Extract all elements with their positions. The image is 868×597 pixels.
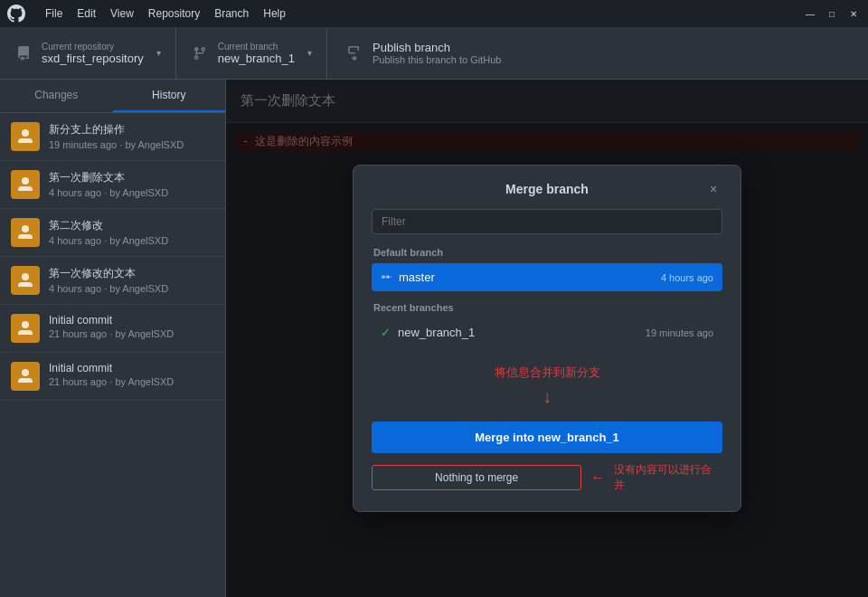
commit-info: 第一次修改的文本 4 hours ago · by AngelSXD — [49, 266, 214, 294]
annotation-right-arrow-icon: ← — [590, 469, 605, 486]
avatar — [11, 122, 40, 151]
commit-title: 第一次删除文本 — [49, 170, 214, 185]
branch-item-left: ✓ new_branch_1 — [381, 326, 475, 339]
avatar — [11, 218, 40, 247]
commit-meta: 4 hours ago · by AngelSXD — [49, 283, 214, 294]
annotation-area: 将信息合并到新分支 ↓ — [372, 365, 722, 407]
commit-info: Initial commit 21 hours ago · by AngelSX… — [49, 362, 214, 387]
content-area: 第一次删除文本 - 这是删除的内容示例 Merge branch × Defau… — [226, 80, 868, 597]
modal-overlay: Merge branch × Default branch ⬵ master 4… — [226, 80, 868, 597]
current-repo-section[interactable]: Current repository sxd_first_repository … — [0, 27, 176, 79]
commit-info: 第二次修改 4 hours ago · by AngelSXD — [49, 218, 214, 246]
sidebar: Changes History 新分支上的操作 19 minutes ago ·… — [0, 80, 226, 597]
nothing-merge-row: Nothing to merge ← 没有内容可以进行合并 — [372, 462, 722, 493]
titlebar: File Edit View Repository Branch Help — … — [0, 0, 868, 27]
list-item[interactable]: 第一次删除文本 4 hours ago · by AngelSXD — [0, 161, 225, 209]
avatar — [11, 362, 40, 391]
nothing-merge-button: Nothing to merge — [372, 465, 581, 490]
recent-section: Recent branches ✓ new_branch_1 19 minute… — [372, 302, 722, 346]
merge-branch-modal: Merge branch × Default branch ⬵ master 4… — [353, 165, 741, 512]
commit-meta: 4 hours ago · by AngelSXD — [49, 187, 214, 198]
commit-title: 第一次修改的文本 — [49, 266, 214, 281]
branch-chevron-icon: ▾ — [307, 48, 312, 58]
publish-icon — [345, 44, 363, 62]
commit-meta: 21 hours ago · by AngelSXD — [49, 328, 214, 339]
repo-chevron-icon: ▾ — [156, 48, 161, 58]
tab-changes[interactable]: Changes — [0, 80, 113, 112]
publish-label: Publish branch — [373, 41, 501, 54]
repo-name: sxd_first_repository — [42, 52, 144, 65]
branch-info: Current branch new_branch_1 — [218, 42, 295, 65]
commit-info: 新分支上的操作 19 minutes ago · by AngelSXD — [49, 122, 214, 150]
branch-item-new-branch[interactable]: ✓ new_branch_1 19 minutes ago — [372, 318, 722, 346]
publish-sub: Publish this branch to GitHub — [373, 54, 501, 65]
publish-info: Publish branch Publish this branch to Gi… — [373, 41, 501, 65]
modal-close-button[interactable]: × — [704, 180, 722, 198]
tab-history[interactable]: History — [113, 80, 226, 112]
avatar — [11, 266, 40, 295]
avatar — [11, 170, 40, 199]
merge-button[interactable]: Merge into new_branch_1 — [372, 422, 722, 453]
list-item[interactable]: Initial commit 21 hours ago · by AngelSX… — [0, 353, 225, 401]
list-item[interactable]: 第二次修改 4 hours ago · by AngelSXD — [0, 209, 225, 257]
list-item[interactable]: 新分支上的操作 19 minutes ago · by AngelSXD — [0, 113, 225, 161]
commit-title: Initial commit — [49, 314, 214, 327]
commit-info: 第一次删除文本 4 hours ago · by AngelSXD — [49, 170, 214, 198]
main-layout: Changes History 新分支上的操作 19 minutes ago ·… — [0, 80, 868, 597]
list-item[interactable]: 第一次修改的文本 4 hours ago · by AngelSXD — [0, 257, 225, 305]
branch-master-name: master — [399, 270, 435, 284]
close-button[interactable]: ✕ — [846, 6, 861, 21]
commit-meta: 19 minutes ago · by AngelSXD — [49, 139, 214, 150]
repo-icon — [14, 44, 33, 62]
menu-branch[interactable]: Branch — [209, 5, 254, 22]
annotation-text: 将信息合并到新分支 — [495, 365, 600, 381]
maximize-button[interactable]: □ — [825, 6, 839, 21]
branch-label: Current branch — [218, 42, 295, 52]
branch-new-time: 19 minutes ago — [646, 327, 713, 338]
branch-master-icon: ⬵ — [381, 271, 392, 284]
annotation-arrow-icon: ↓ — [542, 386, 552, 407]
window-controls: — □ ✕ — [803, 6, 861, 21]
default-branch-label: Default branch — [372, 247, 722, 258]
sidebar-tabs: Changes History — [0, 80, 225, 113]
filter-input[interactable] — [372, 209, 722, 234]
titlebar-menu: File Edit View Repository Branch Help — [40, 5, 291, 22]
commit-title: 第二次修改 — [49, 218, 214, 233]
repo-info: Current repository sxd_first_repository — [42, 42, 144, 65]
list-item[interactable]: Initial commit 21 hours ago · by AngelSX… — [0, 305, 225, 353]
branch-item-master[interactable]: ⬵ master 4 hours ago — [372, 263, 722, 291]
minimize-button[interactable]: — — [803, 6, 817, 21]
commit-meta: 21 hours ago · by AngelSXD — [49, 376, 214, 387]
toolbar: Current repository sxd_first_repository … — [0, 27, 868, 80]
commit-title: 新分支上的操作 — [49, 122, 214, 137]
titlebar-left: File Edit View Repository Branch Help — [7, 5, 291, 23]
checkmark-icon: ✓ — [381, 326, 391, 339]
recent-branch-label: Recent branches — [372, 302, 722, 313]
menu-repository[interactable]: Repository — [143, 5, 205, 22]
side-annotation-text: 没有内容可以进行合并 — [614, 462, 722, 493]
menu-edit[interactable]: Edit — [71, 5, 101, 22]
github-icon — [7, 5, 25, 23]
commit-info: Initial commit 21 hours ago · by AngelSX… — [49, 314, 214, 339]
commit-meta: 4 hours ago · by AngelSXD — [49, 235, 214, 246]
branch-icon — [191, 44, 209, 62]
commit-list: 新分支上的操作 19 minutes ago · by AngelSXD 第一次… — [0, 113, 225, 597]
branch-name: new_branch_1 — [218, 52, 295, 65]
branch-master-time: 4 hours ago — [661, 272, 713, 283]
commit-title: Initial commit — [49, 362, 214, 374]
repo-label: Current repository — [42, 42, 144, 52]
branch-new-name: new_branch_1 — [398, 326, 475, 339]
menu-file[interactable]: File — [40, 5, 68, 22]
avatar — [11, 314, 40, 343]
modal-body: Default branch ⬵ master 4 hours ago Rece… — [354, 209, 741, 511]
menu-view[interactable]: View — [105, 5, 139, 22]
modal-header: Merge branch × — [354, 166, 741, 209]
branch-item-left: ⬵ master — [381, 270, 435, 284]
publish-section[interactable]: Publish branch Publish this branch to Gi… — [327, 27, 515, 79]
current-branch-section[interactable]: Current branch new_branch_1 ▾ — [176, 27, 327, 79]
modal-title: Merge branch — [390, 182, 704, 196]
menu-help[interactable]: Help — [258, 5, 291, 22]
